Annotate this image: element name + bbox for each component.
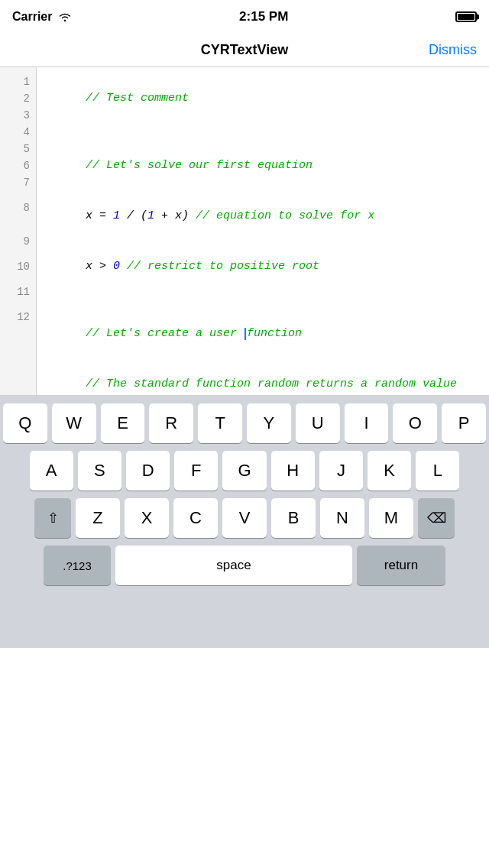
carrier-label: Carrier bbox=[12, 10, 52, 24]
key-s[interactable]: S bbox=[78, 451, 121, 491]
keyboard[interactable]: Q W E R T Y U I O P A S D F G H J K L ⇧ … bbox=[0, 396, 489, 648]
line-num-2: 2 bbox=[0, 90, 36, 107]
code-line-4: x = 1 / (1 + x) // equation to solve for… bbox=[44, 191, 481, 241]
key-r[interactable]: R bbox=[149, 403, 193, 443]
key-m[interactable]: M bbox=[369, 498, 413, 538]
key-e[interactable]: E bbox=[101, 403, 145, 443]
key-v[interactable]: V bbox=[222, 498, 267, 538]
status-right bbox=[455, 11, 477, 22]
key-w[interactable]: W bbox=[52, 403, 96, 443]
line-numbers: 1 2 3 4 5 6 7 8 9 10 11 12 bbox=[0, 67, 37, 395]
status-left: Carrier bbox=[12, 10, 72, 24]
space-key[interactable]: space bbox=[115, 546, 352, 585]
nav-title: CYRTextView bbox=[201, 42, 288, 58]
key-g[interactable]: G bbox=[222, 451, 266, 491]
key-h[interactable]: H bbox=[271, 451, 315, 491]
status-bar: Carrier 2:15 PM bbox=[0, 0, 489, 34]
line-num-4: 4 bbox=[0, 124, 36, 141]
editor-area[interactable]: 1 2 3 4 5 6 7 8 9 10 11 12 // Test comme… bbox=[0, 67, 489, 396]
wifi-icon bbox=[58, 11, 72, 22]
line-num-6: 6 bbox=[0, 157, 36, 174]
dismiss-button[interactable]: Dismiss bbox=[429, 42, 477, 58]
key-k[interactable]: K bbox=[368, 451, 411, 491]
key-o[interactable]: O bbox=[393, 403, 437, 443]
status-time: 2:15 PM bbox=[239, 9, 288, 24]
key-p[interactable]: P bbox=[442, 403, 486, 443]
line-num-1: 1 bbox=[0, 73, 36, 90]
line-num-10: 10 bbox=[0, 258, 36, 275]
key-z[interactable]: Z bbox=[76, 498, 120, 538]
line-num-12: 12 bbox=[0, 309, 36, 326]
keyboard-row-1: Q W E R T Y U I O P bbox=[3, 403, 486, 443]
code-line-8: // The standard function random returns … bbox=[44, 359, 481, 393]
line-num-8: 8 bbox=[0, 191, 36, 225]
key-q[interactable]: Q bbox=[3, 403, 47, 443]
line-num-7: 7 bbox=[0, 174, 36, 191]
key-n[interactable]: N bbox=[320, 498, 364, 538]
line-num-5: 5 bbox=[0, 141, 36, 157]
line-num-11: 11 bbox=[0, 275, 36, 309]
keyboard-row-2: A S D F G H J K L bbox=[3, 451, 486, 491]
key-c[interactable]: C bbox=[173, 498, 218, 538]
key-x[interactable]: X bbox=[125, 498, 169, 538]
key-d[interactable]: D bbox=[126, 451, 170, 491]
code-line-5: x > 0 // restrict to positive root bbox=[44, 241, 481, 292]
shift-key[interactable]: ⇧ bbox=[34, 498, 71, 538]
code-line-2 bbox=[44, 124, 481, 141]
code-line-3: // Let's solve our first equation bbox=[44, 141, 481, 191]
code-area[interactable]: // Test comment // Let's solve our first… bbox=[37, 67, 489, 395]
key-y[interactable]: Y bbox=[247, 403, 291, 443]
key-l[interactable]: L bbox=[416, 451, 459, 491]
backspace-key[interactable]: ⌫ bbox=[418, 498, 455, 538]
battery-icon bbox=[455, 11, 477, 22]
line-num-9: 9 bbox=[0, 225, 36, 258]
svg-point-0 bbox=[64, 20, 66, 21]
code-line-7: // Let's create a user function bbox=[44, 309, 481, 359]
code-line-6 bbox=[44, 292, 481, 309]
keyboard-row-3: ⇧ Z X C V B N M ⌫ bbox=[3, 498, 486, 538]
key-u[interactable]: U bbox=[296, 403, 340, 443]
key-b[interactable]: B bbox=[271, 498, 316, 538]
key-t[interactable]: T bbox=[198, 403, 242, 443]
sym-key[interactable]: .?123 bbox=[44, 546, 111, 585]
line-num-3: 3 bbox=[0, 107, 36, 124]
keyboard-bottom-row: .?123 space return bbox=[3, 546, 486, 585]
key-i[interactable]: I bbox=[345, 403, 389, 443]
return-key[interactable]: return bbox=[357, 546, 445, 585]
nav-bar: CYRTextView Dismiss bbox=[0, 34, 489, 67]
code-line-1: // Test comment bbox=[44, 73, 481, 124]
key-a[interactable]: A bbox=[30, 451, 73, 491]
key-j[interactable]: J bbox=[319, 451, 363, 491]
text-cursor bbox=[244, 328, 246, 340]
key-f[interactable]: F bbox=[174, 451, 218, 491]
